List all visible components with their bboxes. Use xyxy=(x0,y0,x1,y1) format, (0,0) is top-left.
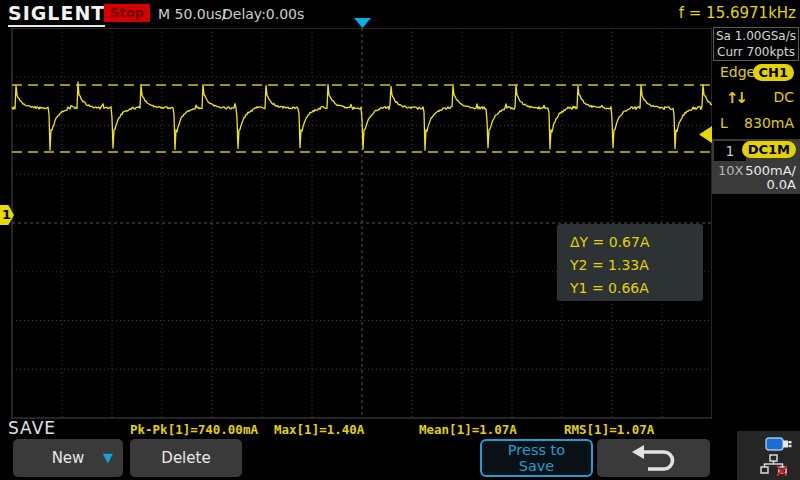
run-state-badge[interactable]: Stop xyxy=(104,4,150,22)
new-button[interactable]: New ▼ xyxy=(13,439,123,477)
new-button-label: New xyxy=(52,449,85,467)
sample-rate: Sa 1.00GSa/s xyxy=(714,28,798,44)
trigger-edge-icon[interactable]: ↑↓ xyxy=(726,89,745,107)
measurement-max: Max[1]=1.40A xyxy=(274,422,364,437)
io-status-panel xyxy=(737,431,800,480)
lan-disconnected-icon xyxy=(760,454,788,476)
cursor-delta-y: ΔY = 0.67A xyxy=(570,231,703,254)
save-button-label-line2: Save xyxy=(519,458,555,474)
siglent-logo: SIGLENT xyxy=(8,2,105,27)
right-sidebar: Sa 1.00GSa/s Curr 700kpts Edge CH1 ↑↓ DC… xyxy=(712,28,800,418)
trigger-coupling[interactable]: DC xyxy=(773,89,794,105)
save-button-label-line1: Press to xyxy=(508,442,565,458)
trigger-source-badge[interactable]: CH1 xyxy=(753,64,794,81)
menu-title: SAVE xyxy=(8,418,56,438)
memory-depth: Curr 700kpts xyxy=(714,44,798,60)
channel1-scale: 500mA/ xyxy=(745,163,796,178)
channel1-coupling-badge: DC1M xyxy=(742,141,796,158)
delete-button-label: Delete xyxy=(161,449,210,467)
cursor-readout-box: ΔY = 0.67A Y2 = 1.33A Y1 = 0.66A xyxy=(557,224,703,301)
trigger-level-marker-icon[interactable] xyxy=(699,126,712,143)
trigger-level-row: L 830mA xyxy=(712,115,800,135)
measurement-pkpk: Pk-Pk[1]=740.00mA xyxy=(130,422,258,437)
trigger-slope-row: ↑↓ DC xyxy=(712,89,800,109)
trigger-type-row: Edge CH1 xyxy=(712,64,800,84)
top-bar: SIGLENT Stop M 50.0us/ Delay:0.00s f = 1… xyxy=(0,0,800,28)
channel1-offset: 0.0A xyxy=(766,177,796,192)
measurement-mean: Mean[1]=1.07A xyxy=(419,422,517,437)
frequency-counter: f = 15.6971kHz xyxy=(679,4,796,22)
cursor-y1: Y1 = 0.66A xyxy=(570,277,703,300)
timebase-readout[interactable]: M 50.0us/ xyxy=(158,6,227,22)
dropdown-arrow-icon: ▼ xyxy=(103,450,113,465)
trigger-level-label: L xyxy=(720,115,728,131)
measurement-rms: RMS[1]=1.07A xyxy=(564,422,654,437)
trigger-level-value: 830mA xyxy=(744,115,794,131)
channel1-probe: 10X xyxy=(718,163,743,178)
cursor-y2: Y2 = 1.33A xyxy=(570,254,703,277)
delete-button[interactable]: Delete xyxy=(130,439,242,477)
channel1-level-marker[interactable]: 1 xyxy=(0,205,14,225)
delay-readout[interactable]: Delay:0.00s xyxy=(222,6,304,22)
press-to-save-button[interactable]: Press to Save xyxy=(480,439,593,477)
acquisition-panel: Sa 1.00GSa/s Curr 700kpts xyxy=(713,27,799,61)
usb-icon xyxy=(765,436,793,452)
trigger-type[interactable]: Edge xyxy=(720,64,755,80)
channel1-panel[interactable]: 1 DC1M 10X 500mA/ 0.0A xyxy=(712,139,800,194)
oscilloscope-screen: SIGLENT Stop M 50.0us/ Delay:0.00s f = 1… xyxy=(0,0,800,480)
return-arrow-icon xyxy=(628,443,680,473)
back-button[interactable] xyxy=(597,439,710,477)
